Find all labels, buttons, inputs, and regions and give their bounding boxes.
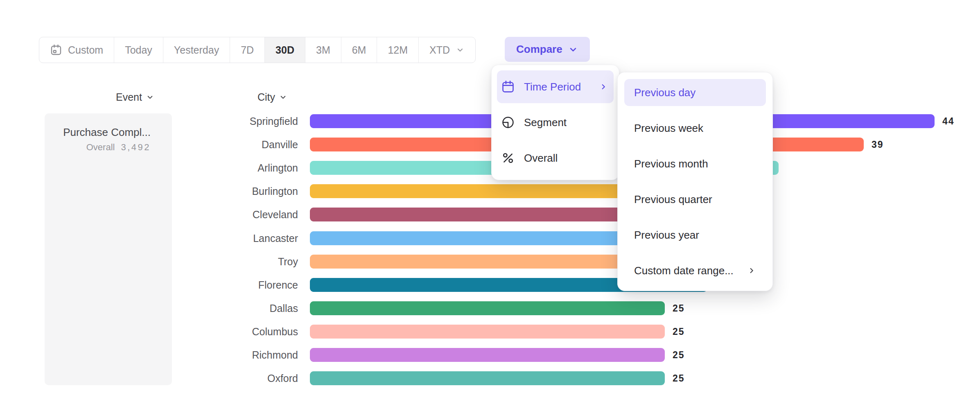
- menu-item-overall[interactable]: Overall: [497, 142, 614, 174]
- bar-oxford[interactable]: [310, 371, 665, 385]
- bar-row-richmond: Richmond 25: [135, 348, 685, 362]
- menu-item-label: Previous day: [634, 86, 695, 99]
- menu-item-previous-day[interactable]: Previous day: [624, 79, 766, 106]
- bar-chart: Springfield 44 Danville 39 Arlington Bur…: [0, 0, 980, 411]
- bar-row-columbus: Columbus 25: [135, 325, 685, 339]
- menu-item-previous-month[interactable]: Previous month: [624, 150, 766, 177]
- menu-item-label: Previous year: [634, 229, 699, 242]
- bar-category-label: Danville: [135, 139, 298, 151]
- bar-value-label: 25: [673, 326, 685, 337]
- bar-richmond[interactable]: [310, 348, 665, 362]
- bar-category-label: Florence: [135, 279, 298, 291]
- bar-value-label: 25: [673, 373, 685, 384]
- bar-category-label: Springfield: [135, 115, 298, 127]
- bar-category-label: Oxford: [135, 373, 298, 384]
- menu-item-label: Time Period: [524, 81, 581, 93]
- segment-icon: [501, 115, 515, 129]
- bar-category-label: Dallas: [135, 303, 298, 314]
- bar-row-oxford: Oxford 25: [135, 371, 685, 385]
- menu-item-label: Segment: [524, 116, 567, 129]
- calendar-icon: [501, 80, 515, 94]
- menu-item-label: Overall: [524, 152, 558, 165]
- bar-dallas[interactable]: [310, 301, 665, 315]
- bar-category-label: Troy: [135, 256, 298, 268]
- menu-item-custom-date-range[interactable]: Custom date range...: [624, 257, 766, 284]
- compare-dropdown-menu: Time Period Segment Overall: [491, 65, 619, 180]
- menu-item-label: Previous quarter: [634, 193, 712, 206]
- bar-category-label: Lancaster: [135, 233, 298, 244]
- bar-category-label: Burlington: [135, 185, 298, 197]
- bar-columbus[interactable]: [310, 325, 665, 339]
- menu-item-previous-week[interactable]: Previous week: [624, 115, 766, 142]
- menu-item-label: Previous week: [634, 122, 703, 135]
- menu-item-previous-year[interactable]: Previous year: [624, 221, 766, 248]
- menu-item-label: Custom date range...: [634, 264, 734, 277]
- bar-category-label: Columbus: [135, 326, 298, 338]
- bar-value-label: 39: [872, 139, 884, 150]
- bar-category-label: Arlington: [135, 162, 298, 174]
- menu-item-time-period[interactable]: Time Period: [497, 70, 614, 103]
- menu-item-segment[interactable]: Segment: [497, 106, 614, 139]
- bar-value-label: 44: [942, 116, 955, 127]
- chevron-right-icon: [599, 82, 608, 91]
- menu-item-label: Previous month: [634, 158, 708, 170]
- analytics-report-canvas: Custom Today Yesterday 7D 30D 3M 6M 12M: [0, 0, 980, 411]
- bar-value-label: 25: [673, 303, 685, 314]
- bar-row-dallas: Dallas 25: [135, 301, 685, 315]
- menu-item-previous-quarter[interactable]: Previous quarter: [624, 186, 766, 213]
- bar-category-label: Richmond: [135, 349, 298, 361]
- chevron-right-icon: [747, 266, 756, 275]
- bar-value-label: 25: [673, 350, 685, 361]
- time-period-submenu: Previous day Previous week Previous mont…: [617, 72, 773, 291]
- bar-category-label: Cleveland: [135, 209, 298, 221]
- percent-icon: [501, 151, 515, 165]
